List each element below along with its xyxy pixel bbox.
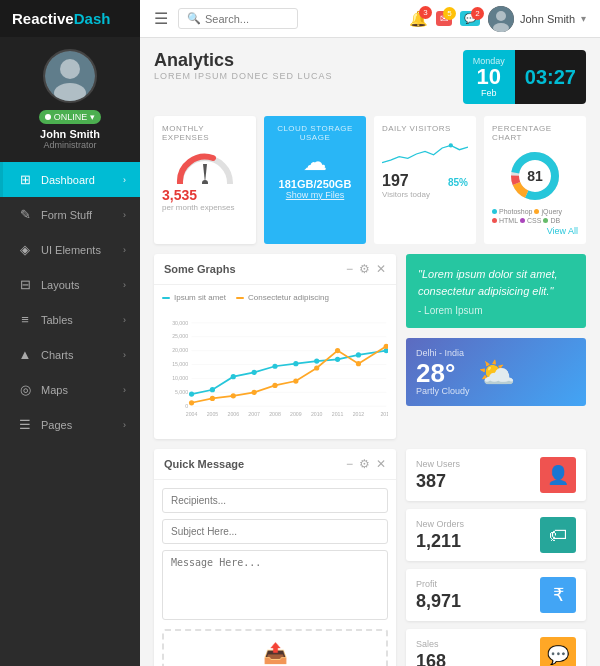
date-block: Monday 10 Feb xyxy=(463,50,515,104)
legend-item-1: Ipsum sit amet xyxy=(162,293,226,302)
dashboard-icon: ⊞ xyxy=(17,172,33,187)
message-minimize-icon[interactable]: − xyxy=(346,457,353,471)
svg-point-40 xyxy=(252,390,257,395)
new-orders-icon: 🏷 xyxy=(540,517,576,553)
pct-chart-title: PERCENTAGE CHART xyxy=(492,124,578,142)
chevron-icon: › xyxy=(123,350,126,360)
chevron-icon: › xyxy=(123,315,126,325)
svg-point-1 xyxy=(60,59,80,79)
notif-badge-1: 3 xyxy=(419,6,432,19)
graph-card-header: Some Graphs − ⚙ ✕ xyxy=(154,254,396,285)
cloud-storage-value: 181GB/250GB xyxy=(272,178,358,190)
new-users-icon: 👤 xyxy=(540,457,576,493)
profit-info: Profit 8,971 xyxy=(416,579,461,612)
hamburger-icon[interactable]: ☰ xyxy=(154,9,168,28)
new-users-info: New Users 387 xyxy=(416,459,460,492)
svg-text:2012: 2012 xyxy=(353,411,365,417)
chevron-icon: › xyxy=(123,175,126,185)
svg-point-35 xyxy=(356,352,361,357)
svg-point-27 xyxy=(189,391,194,396)
time-block: 03:27 xyxy=(515,50,586,104)
donut-center-value: 81 xyxy=(527,168,543,184)
message-card-header: Quick Message − ⚙ ✕ xyxy=(154,449,396,480)
monthly-expenses-card: MONTHLY EXPENSES 3,535 per month expense… xyxy=(154,116,256,244)
weather-temp: 28° xyxy=(416,360,470,386)
profit-stat: Profit 8,971 ₹ xyxy=(406,569,586,621)
quote-text: "Lorem ipsum dolor sit amet, consectetur… xyxy=(418,266,574,299)
svg-point-42 xyxy=(293,378,298,383)
svg-point-4 xyxy=(496,11,506,21)
graph-settings-icon[interactable]: ⚙ xyxy=(359,262,370,276)
sidebar-item-form-stuff[interactable]: ✎ Form Stuff › xyxy=(0,197,140,232)
message-textarea[interactable] xyxy=(162,550,388,620)
svg-point-34 xyxy=(335,357,340,362)
form-icon: ✎ xyxy=(17,207,33,222)
upload-icon: 📤 xyxy=(174,641,376,665)
pct-labels: Photoshop jQuery HTML CSS DB xyxy=(492,208,578,224)
user-avatar xyxy=(488,6,514,32)
user-info[interactable]: John Smith ▾ xyxy=(488,6,586,32)
graph-actions: − ⚙ ✕ xyxy=(346,262,386,276)
cloud-storage-link[interactable]: Show my Files xyxy=(272,190,358,200)
layout-icon: ⊟ xyxy=(17,277,33,292)
sidebar-item-maps[interactable]: ◎ Maps › xyxy=(0,372,140,407)
topbar-right: 🔔 3 ✉ 5 💬 2 John Smith ▾ xyxy=(409,6,586,32)
svg-point-45 xyxy=(356,361,361,366)
stat-cards-row: MONTHLY EXPENSES 3,535 per month expense… xyxy=(154,116,586,244)
content-row: Some Graphs − ⚙ ✕ Ipsum sit amet xyxy=(154,254,586,439)
sidebar-item-tables[interactable]: ≡ Tables › xyxy=(0,302,140,337)
message-settings-icon[interactable]: ⚙ xyxy=(359,457,370,471)
main-content: ☰ 🔍 🔔 3 ✉ 5 💬 2 xyxy=(140,0,600,666)
notif-badge-2: 5 xyxy=(443,7,456,20)
chart-legend: Ipsum sit amet Consectetur adipiscing xyxy=(162,293,388,302)
sidebar-item-ui-elements[interactable]: ◈ UI Elements › xyxy=(0,232,140,267)
weather-card: Delhi - India 28° Partly Cloudy ⛅ xyxy=(406,338,586,406)
cloud-storage-card: CLOUD STORAGE USAGE ☁ 181GB/250GB Show m… xyxy=(264,116,366,244)
notif-badge-3: 2 xyxy=(471,7,484,20)
svg-text:0: 0 xyxy=(185,403,188,409)
sidebar-item-pages[interactable]: ☰ Pages › xyxy=(0,407,140,442)
recipients-input[interactable] xyxy=(162,488,388,513)
pages-icon: ☰ xyxy=(17,417,33,432)
upload-area[interactable]: 📤 Drag your files here or browse for fil… xyxy=(162,629,388,666)
svg-text:10,000: 10,000 xyxy=(172,375,188,381)
sidebar-item-layouts[interactable]: ⊟ Layouts › xyxy=(0,267,140,302)
notification-chat-icon[interactable]: 💬 2 xyxy=(460,11,480,26)
time-display: 03:27 xyxy=(525,66,576,89)
gauge-chart xyxy=(175,148,235,184)
svg-point-39 xyxy=(231,393,236,398)
stats-side: New Users 387 👤 New Orders 1,211 🏷 xyxy=(406,449,586,666)
sales-icon: 💬 xyxy=(540,637,576,666)
svg-point-8 xyxy=(449,143,453,147)
svg-point-43 xyxy=(314,365,319,370)
svg-text:5,000: 5,000 xyxy=(175,389,188,395)
svg-point-29 xyxy=(231,374,236,379)
user-dropdown-arrow: ▾ xyxy=(581,13,586,24)
subject-input[interactable] xyxy=(162,519,388,544)
chevron-icon: › xyxy=(123,280,126,290)
visitors-pct: 85% xyxy=(448,177,468,188)
graph-minimize-icon[interactable]: − xyxy=(346,262,353,276)
view-all-link[interactable]: View All xyxy=(492,226,578,236)
quote-author: - Lorem Ipsum xyxy=(418,305,574,316)
sidebar-item-dashboard[interactable]: ⊞ Dashboard › xyxy=(0,162,140,197)
side-column: "Lorem ipsum dolor sit amet, consectetur… xyxy=(406,254,586,439)
sales-label: Sales xyxy=(416,639,446,649)
profit-label: Profit xyxy=(416,579,461,589)
avatar xyxy=(43,49,97,103)
graph-close-icon[interactable]: ✕ xyxy=(376,262,386,276)
svg-point-30 xyxy=(252,370,257,375)
new-orders-label: New Orders xyxy=(416,519,464,529)
message-close-icon[interactable]: ✕ xyxy=(376,457,386,471)
sidebar-item-charts[interactable]: ▲ Charts › xyxy=(0,337,140,372)
sales-info: Sales 168 xyxy=(416,639,446,667)
donut-chart: 81 xyxy=(507,148,563,204)
search-icon: 🔍 xyxy=(187,12,201,25)
notification-bell-icon[interactable]: 🔔 3 xyxy=(409,10,428,28)
sidebar-nav: ⊞ Dashboard › ✎ Form Stuff › ◈ UI Elemen… xyxy=(0,162,140,666)
svg-text:2012: 2012 xyxy=(380,411,388,417)
profile-name: John Smith xyxy=(12,128,128,140)
search-input[interactable] xyxy=(205,13,285,25)
weather-cloud-icon: ⛅ xyxy=(478,355,515,390)
notification-mail-icon[interactable]: ✉ 5 xyxy=(436,11,452,26)
